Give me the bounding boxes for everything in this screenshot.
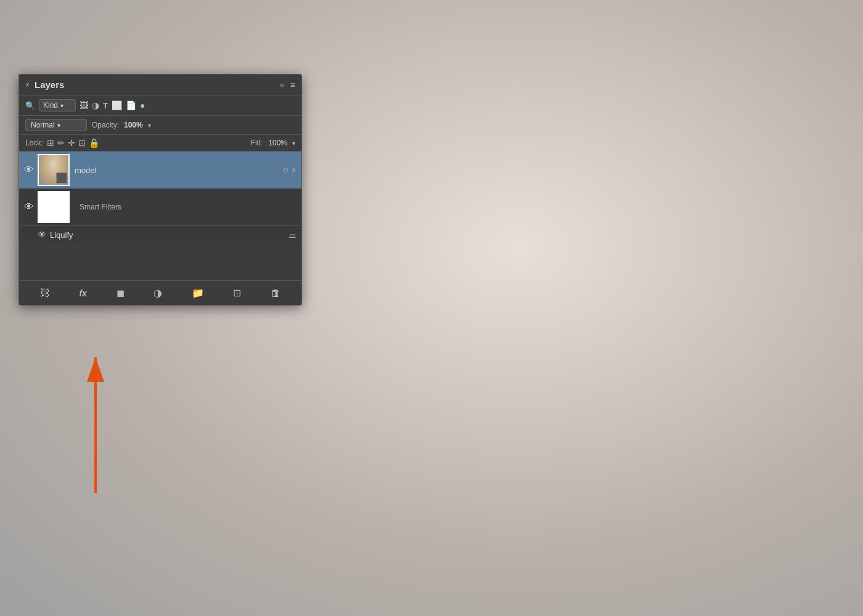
panel-close-button[interactable]: × bbox=[25, 81, 30, 89]
liquify-name: Liquify bbox=[50, 230, 288, 240]
smart-filters-thumbnail bbox=[38, 191, 70, 223]
smart-filters-group: 👁 Smart Filters 👁 Liquify ⚌ bbox=[19, 188, 301, 243]
liquify-filter-row[interactable]: 👁 Liquify ⚌ bbox=[19, 225, 301, 243]
lock-row: Lock: ⊞ ✏ ✛ ⊡ 🔒 Fill: 100% ▾ bbox=[19, 135, 301, 152]
fill-value[interactable]: 100% bbox=[268, 139, 287, 147]
fill-dropdown-arrow[interactable]: ▾ bbox=[292, 140, 295, 147]
layer-model-visibility-icon[interactable]: 👁 bbox=[24, 164, 34, 176]
kind-dropdown[interactable]: Kind ▾ bbox=[39, 99, 76, 111]
panel-toolbar: ⛓ fx ◼ ◑ 📁 ⊡ 🗑 bbox=[19, 280, 301, 305]
panel-titlebar: × Layers « ≡ bbox=[19, 75, 301, 95]
blend-mode-arrow: ▾ bbox=[57, 122, 60, 129]
kind-dropdown-arrow: ▾ bbox=[60, 102, 63, 109]
lock-label: Lock: bbox=[25, 139, 43, 147]
layer-model-mask-mini bbox=[56, 172, 67, 184]
liquify-visibility-icon[interactable]: 👁 bbox=[38, 230, 46, 240]
filter-adjustment-icon[interactable]: ◑ bbox=[92, 100, 99, 110]
panel-collapse-button[interactable]: « bbox=[280, 81, 284, 89]
opacity-dropdown-arrow[interactable]: ▾ bbox=[148, 122, 151, 129]
filter-text-icon[interactable]: T bbox=[103, 101, 108, 110]
smart-filters-visibility-icon[interactable]: 👁 bbox=[24, 201, 34, 213]
new-group-button[interactable]: 📁 bbox=[189, 286, 207, 300]
panel-menu-button[interactable]: ≡ bbox=[290, 80, 295, 90]
layer-model-name: model bbox=[75, 166, 282, 175]
layer-model[interactable]: 👁 model ⊙ ∧ bbox=[19, 152, 301, 188]
liquify-settings-icon[interactable]: ⚌ bbox=[288, 230, 297, 240]
fill-label: Fill: bbox=[251, 139, 263, 147]
kind-label: Kind bbox=[43, 101, 58, 110]
blend-mode-row: Normal ▾ Opacity: 100% ▾ bbox=[19, 116, 301, 135]
filter-image-icon[interactable]: 🖼 bbox=[80, 100, 88, 110]
smart-filters-label: Smart Filters bbox=[80, 203, 121, 211]
lock-position-icon[interactable]: ✛ bbox=[68, 138, 75, 148]
layer-model-right-icons: ⊙ ∧ bbox=[282, 166, 297, 174]
lock-image-icon[interactable]: ✏ bbox=[57, 138, 65, 148]
fx-button[interactable]: fx bbox=[76, 287, 89, 299]
blend-mode-value: Normal bbox=[31, 121, 55, 129]
layer-model-thumbnail bbox=[38, 154, 70, 186]
search-icon: 🔍 bbox=[25, 101, 35, 110]
blend-mode-dropdown[interactable]: Normal ▾ bbox=[25, 119, 87, 131]
lock-artboard-icon[interactable]: ⊡ bbox=[78, 138, 86, 148]
layers-empty-space bbox=[19, 243, 301, 280]
lock-transparent-icon[interactable]: ⊞ bbox=[47, 138, 54, 148]
filter-pixel-icon[interactable]: ● bbox=[140, 100, 145, 110]
add-mask-button[interactable]: ◑ bbox=[151, 286, 165, 300]
filter-shape-icon[interactable]: ⬜ bbox=[112, 100, 122, 110]
link-icon[interactable]: ⛓ bbox=[38, 286, 52, 300]
filter-row: 🔍 Kind ▾ 🖼 ◑ T ⬜ 📄 ● bbox=[19, 95, 301, 116]
opacity-value[interactable]: 100% bbox=[124, 121, 143, 129]
layer-model-expand-icon[interactable]: ∧ bbox=[291, 166, 297, 174]
lock-all-icon[interactable]: 🔒 bbox=[89, 138, 99, 148]
smart-filters-row: 👁 Smart Filters bbox=[19, 188, 301, 225]
panel-title: Layers bbox=[35, 79, 64, 90]
layers-list: 👁 model ⊙ ∧ 👁 Smart Filters 👁 bbox=[19, 152, 301, 280]
layer-model-smart-object-icon: ⊙ bbox=[282, 166, 288, 174]
new-layer-button[interactable]: ◼ bbox=[114, 286, 127, 300]
layers-panel: × Layers « ≡ 🔍 Kind ▾ 🖼 ◑ T ⬜ 📄 ● Normal… bbox=[18, 74, 302, 306]
opacity-label: Opacity: bbox=[92, 121, 119, 129]
filter-smart-icon[interactable]: 📄 bbox=[126, 100, 136, 110]
delete-layer-button[interactable]: 🗑 bbox=[268, 286, 283, 300]
adjustment-layer-button[interactable]: ⊡ bbox=[231, 286, 243, 300]
